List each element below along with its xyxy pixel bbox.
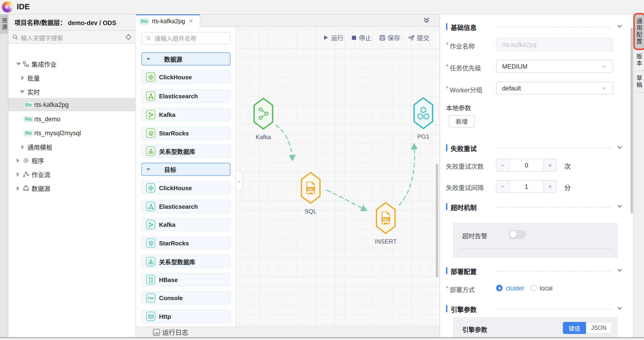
- add-param-button[interactable]: 新增: [449, 115, 475, 128]
- radio-cluster-label[interactable]: cluster: [506, 285, 524, 292]
- job-name-label: 作业名称: [450, 41, 475, 51]
- component-kafka-target[interactable]: Kafka: [142, 218, 230, 231]
- submit-button[interactable]: 提交: [408, 33, 429, 42]
- tree-item-workflow[interactable]: 作业流: [8, 167, 136, 181]
- rail-tab-resources[interactable]: 资源: [0, 14, 8, 34]
- editor-tab-active[interactable]: Rts rts-kafka2pg ✕: [136, 14, 200, 27]
- kv-button[interactable]: 键值: [563, 322, 586, 334]
- component-hbase-target[interactable]: HBase: [142, 273, 230, 286]
- component-clickhouse-target[interactable]: ClickHouse: [142, 181, 230, 194]
- retry-interval-stepper[interactable]: − 1 +: [496, 180, 557, 193]
- component-clickhouse-source[interactable]: ClickHouse: [142, 71, 230, 84]
- tree-item-template[interactable]: 通用模板: [8, 140, 136, 154]
- component-search-placeholder: 请输入组件名称: [154, 34, 196, 43]
- run-button[interactable]: 运行: [323, 33, 344, 42]
- component-kafka-source[interactable]: Kafka: [142, 108, 230, 121]
- retry-count-stepper[interactable]: − 0 +: [496, 159, 557, 172]
- plus-button[interactable]: +: [544, 180, 556, 192]
- caret-right-icon[interactable]: [17, 186, 20, 190]
- chevron-down-icon: [601, 85, 607, 91]
- retry-count-value[interactable]: 0: [510, 159, 544, 171]
- run-log-bar[interactable]: LOG 运行日志: [136, 326, 440, 337]
- component-starrocks-target[interactable]: StarRocks: [142, 237, 230, 249]
- tree-item-job[interactable]: Rts rts_demo: [8, 112, 136, 126]
- plus-button[interactable]: +: [544, 159, 556, 171]
- retry-interval-value[interactable]: 1: [510, 180, 544, 192]
- tree-item-integration[interactable]: 集成作业: [8, 57, 136, 71]
- editor-tab-title: rts-kafka2pg: [152, 18, 185, 25]
- run-label: 运行: [331, 33, 344, 42]
- minus-button[interactable]: −: [496, 159, 510, 171]
- canvas-scrollbar[interactable]: [436, 164, 438, 277]
- caret-right-icon[interactable]: [17, 172, 20, 176]
- node-label: SQL: [290, 208, 332, 215]
- tree-item-job[interactable]: Rts rts_mysql2mysql: [8, 126, 136, 140]
- locate-icon[interactable]: [125, 34, 132, 40]
- close-tab-icon[interactable]: ✕: [189, 18, 193, 24]
- node-kafka[interactable]: [253, 97, 274, 130]
- chevron-down-icon[interactable]: [617, 305, 623, 311]
- section-accent-bar: [446, 267, 448, 274]
- component-elasticsearch-target[interactable]: Elasticsearch: [142, 200, 230, 213]
- component-rdb-source[interactable]: 关系型数据库: [142, 145, 230, 158]
- config-panel-scrollbar[interactable]: [630, 28, 633, 213]
- tree-item-job-selected[interactable]: Rts rts-kafka2pg: [8, 98, 136, 111]
- component-elasticsearch-source[interactable]: Elasticsearch: [142, 90, 230, 103]
- chevron-down-icon[interactable]: [617, 267, 623, 273]
- starrocks-icon: [146, 238, 155, 248]
- component-console-target[interactable]: Cos Console: [142, 291, 230, 304]
- sidebar-search[interactable]: 输入关键字搜索: [8, 31, 136, 44]
- section-accent-bar: [446, 203, 448, 210]
- save-button[interactable]: 保存: [379, 33, 400, 42]
- collapse-all-chevron-icon[interactable]: [423, 17, 430, 24]
- rail-tab-draft[interactable]: 草稿: [634, 71, 644, 93]
- caret-down-icon[interactable]: [20, 90, 24, 93]
- chevron-down-icon[interactable]: [617, 203, 623, 209]
- node-pg1[interactable]: [413, 97, 434, 129]
- radio-cluster[interactable]: [496, 285, 502, 291]
- radio-local[interactable]: [530, 285, 537, 291]
- edge-kafka-sql[interactable]: [276, 125, 292, 160]
- canvas-toolbar: 运行 停止 保存 提交: [323, 33, 429, 42]
- stop-button[interactable]: 停止: [352, 33, 372, 42]
- section-header-target[interactable]: 目标: [142, 163, 230, 176]
- component-rdb-target[interactable]: 关系型数据库: [142, 255, 230, 268]
- tree-item-datasource[interactable]: 数据源: [8, 181, 136, 195]
- minus-button[interactable]: −: [496, 180, 510, 192]
- radio-local-label[interactable]: local: [540, 285, 553, 292]
- paper-plane-icon: [408, 35, 414, 41]
- caret-right-icon[interactable]: [17, 158, 20, 163]
- timeout-alarm-toggle[interactable]: [508, 230, 526, 239]
- tree-item-realtime[interactable]: 实时: [8, 85, 136, 98]
- flow-canvas[interactable]: 运行 停止 保存 提交: [236, 27, 440, 326]
- node-sql[interactable]: SQL: [300, 172, 321, 204]
- app-title: IDE: [17, 2, 30, 12]
- section-title-engine: 引擎参数: [451, 305, 476, 314]
- tree-item-label: rts_mysql2mysql: [34, 129, 81, 136]
- local-params-label: 本地参数: [446, 103, 471, 112]
- priority-select[interactable]: MEDIUM: [496, 60, 613, 73]
- panel-collapse-handle[interactable]: ‹: [236, 171, 242, 192]
- edge-sql-insert[interactable]: [327, 190, 366, 210]
- chevron-down-icon[interactable]: [617, 144, 623, 150]
- rail-tab-version[interactable]: 版本: [634, 49, 644, 71]
- component-search-input[interactable]: 请输入组件名称: [142, 32, 230, 45]
- caret-down-icon: [146, 168, 150, 170]
- chevron-down-icon: [601, 64, 607, 69]
- worker-group-select[interactable]: default: [496, 82, 613, 95]
- caret-right-icon[interactable]: [21, 145, 24, 149]
- tree-item-label: rts_demo: [34, 116, 60, 122]
- json-button[interactable]: JSON: [586, 322, 612, 334]
- component-http-target[interactable]: Http: [142, 310, 230, 323]
- job-name-input[interactable]: rts-kafka2pg: [496, 38, 613, 51]
- section-header-source[interactable]: 数据源: [142, 53, 230, 65]
- tree-item-batch[interactable]: 批量: [8, 71, 136, 84]
- tree-item-program[interactable]: 程序: [8, 154, 136, 167]
- caret-down-icon[interactable]: [16, 62, 21, 65]
- component-starrocks-source[interactable]: StarRocks: [142, 127, 230, 140]
- caret-right-icon[interactable]: [21, 75, 24, 80]
- app-logo-icon: [2, 2, 13, 13]
- chevron-down-icon[interactable]: [617, 23, 623, 29]
- edge-insert-pg1[interactable]: [399, 145, 414, 205]
- node-insert[interactable]: SQL: [376, 202, 396, 234]
